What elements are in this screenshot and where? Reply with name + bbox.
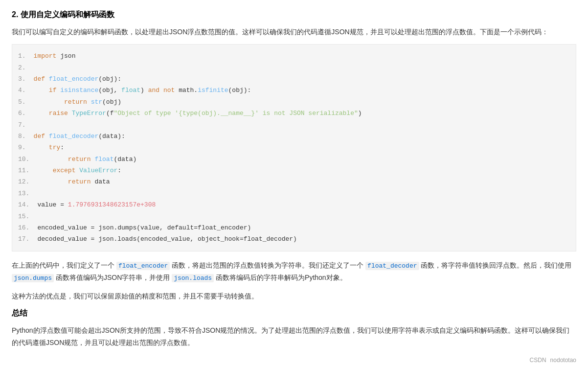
code-line-13: 13. — [12, 188, 576, 199]
code-line-12: 12. return data — [12, 176, 576, 187]
summary-text: Python的浮点数值可能会超出JSON所支持的范围，导致不符合JSON规范的情… — [12, 324, 576, 349]
code-line-2: 2. — [12, 62, 576, 73]
code-line-1: 1. import json — [12, 50, 576, 62]
code-line-14: 14. value = 1.7976931348623157e+308 — [12, 199, 576, 210]
line-num-11: 11. — [18, 165, 37, 176]
line-content-10: return float(data) — [37, 154, 570, 165]
code-line-16: 16. encoded_value = json.dumps(value, de… — [12, 222, 576, 233]
line-content-6: raise TypeError(f"Object of type '{type(… — [34, 108, 570, 119]
summary-section: 总结 Python的浮点数值可能会超出JSON所支持的范围，导致不符合JSON规… — [12, 308, 576, 349]
inline-json-dumps: json.dumps — [12, 274, 54, 282]
line-content-8: def float_decoder(data): — [34, 131, 570, 142]
line-num-12: 12. — [18, 176, 37, 187]
summary-heading: 总结 — [12, 308, 576, 319]
line-content-7 — [34, 119, 570, 131]
line-content-5: return str(obj) — [34, 96, 570, 108]
line-content-4: if isinstance(obj, float) and not math.i… — [34, 85, 570, 96]
line-content-2 — [34, 62, 570, 73]
line-content-12: return data — [37, 176, 570, 187]
line-content-3: def float_encoder(obj): — [34, 73, 570, 85]
code-line-8: 8. def float_decoder(data): — [12, 131, 576, 142]
inline-json-loads: json.loads — [172, 274, 214, 282]
code-line-11: 11. except ValueError: — [12, 165, 576, 176]
line-num-9: 9. — [18, 142, 34, 153]
code-line-3: 3. def float_encoder(obj): — [12, 73, 576, 85]
section2-intro: 我们可以编写自定义的编码和解码函数，以处理超出JSON浮点数范围的值。这样可以确… — [12, 26, 576, 38]
line-content-11: except ValueError: — [37, 165, 570, 176]
line-num-16: 16. — [18, 222, 37, 233]
line-content-14: value = 1.7976931348623157e+308 — [37, 199, 570, 210]
line-num-15: 15. — [18, 211, 37, 222]
para-after-code-1: 在上面的代码中，我们定义了一个 float_encoder 函数，将超出范围的浮… — [12, 259, 576, 284]
section2-heading: 2. 使用自定义编码和解码函数 — [12, 10, 576, 20]
code-line-5: 5. return str(obj) — [12, 96, 576, 108]
line-content-17: decoded_value = json.loads(encoded_value… — [37, 233, 570, 245]
code-line-7: 7. — [12, 119, 576, 131]
para-advantage: 这种方法的优点是，我们可以保留原始值的精度和范围，并且不需要手动转换值。 — [12, 290, 576, 302]
code-line-15: 15. — [12, 211, 576, 222]
line-content-9: try: — [34, 142, 570, 153]
line-num-10: 10. — [18, 154, 37, 165]
line-num-7: 7. — [18, 119, 34, 131]
footer-author: nodototao — [550, 357, 576, 364]
code-block: 1. import json 2. 3. def float_encoder(o… — [12, 44, 576, 252]
line-num-4: 4. — [18, 85, 34, 96]
footer-bar: CSDN nodototao — [12, 357, 576, 364]
line-num-13: 13. — [18, 188, 37, 199]
line-num-14: 14. — [18, 199, 37, 210]
footer-csdn: CSDN — [530, 357, 546, 364]
line-content-15 — [37, 211, 570, 222]
line-content-16: encoded_value = json.dumps(value, defaul… — [37, 222, 570, 233]
inline-float-decoder-1: float_decoder — [365, 262, 419, 270]
code-line-17: 17. decoded_value = json.loads(encoded_v… — [12, 233, 576, 245]
line-num-1: 1. — [18, 50, 34, 62]
code-line-4: 4. if isinstance(obj, float) and not mat… — [12, 85, 576, 96]
line-num-5: 5. — [18, 96, 34, 108]
code-line-6: 6. raise TypeError(f"Object of type '{ty… — [12, 108, 576, 119]
line-num-6: 6. — [18, 108, 34, 119]
line-num-2: 2. — [18, 62, 34, 73]
line-content-13 — [37, 188, 570, 199]
inline-float-encoder-1: float_encoder — [116, 262, 170, 270]
line-content-1: import json — [34, 50, 570, 62]
line-num-3: 3. — [18, 73, 34, 85]
code-line-9: 9. try: — [12, 142, 576, 153]
line-num-17: 17. — [18, 233, 37, 245]
line-num-8: 8. — [18, 131, 34, 142]
code-line-10: 10. return float(data) — [12, 154, 576, 165]
